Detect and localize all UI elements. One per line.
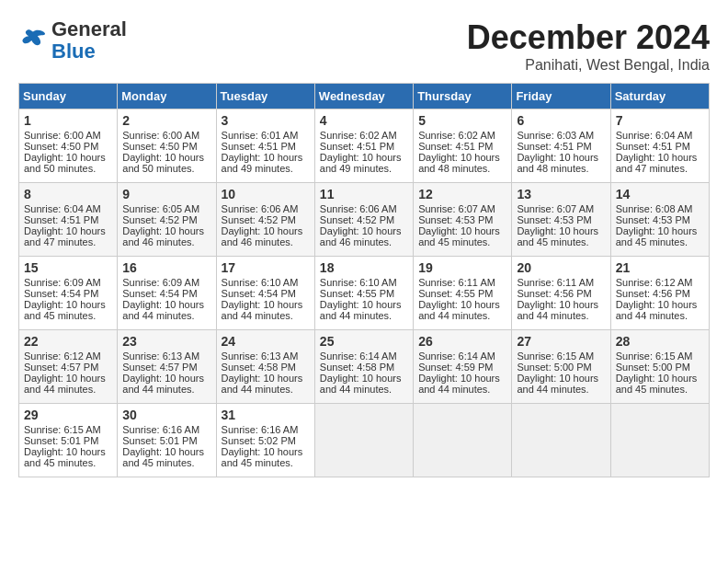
calendar-week-2: 15Sunrise: 6:09 AMSunset: 4:54 PMDayligh… xyxy=(19,257,710,330)
header-saturday: Saturday xyxy=(610,84,709,109)
calendar-table: Sunday Monday Tuesday Wednesday Thursday… xyxy=(18,83,710,477)
table-row: 1Sunrise: 6:00 AMSunset: 4:50 PMDaylight… xyxy=(19,109,118,183)
table-row: 13Sunrise: 6:07 AMSunset: 4:53 PMDayligh… xyxy=(512,183,610,257)
header-row: Sunday Monday Tuesday Wednesday Thursday… xyxy=(19,84,710,109)
calendar-week-3: 22Sunrise: 6:12 AMSunset: 4:57 PMDayligh… xyxy=(19,330,710,404)
table-row: 4Sunrise: 6:02 AMSunset: 4:51 PMDaylight… xyxy=(314,109,413,183)
table-row: 6Sunrise: 6:03 AMSunset: 4:51 PMDaylight… xyxy=(512,109,610,183)
table-row: 27Sunrise: 6:15 AMSunset: 5:00 PMDayligh… xyxy=(512,330,610,404)
table-row: 15Sunrise: 6:09 AMSunset: 4:54 PMDayligh… xyxy=(19,257,118,330)
table-row: 26Sunrise: 6:14 AMSunset: 4:59 PMDayligh… xyxy=(414,330,512,404)
table-row: 16Sunrise: 6:09 AMSunset: 4:54 PMDayligh… xyxy=(118,257,216,330)
calendar-week-1: 8Sunrise: 6:04 AMSunset: 4:51 PMDaylight… xyxy=(19,183,710,257)
table-row: 20Sunrise: 6:11 AMSunset: 4:56 PMDayligh… xyxy=(512,257,610,330)
table-row: 5Sunrise: 6:02 AMSunset: 4:51 PMDaylight… xyxy=(414,109,512,183)
location-subtitle: Panihati, West Bengal, India xyxy=(467,57,710,74)
table-row xyxy=(414,404,512,477)
table-row xyxy=(314,404,413,477)
table-row: 12Sunrise: 6:07 AMSunset: 4:53 PMDayligh… xyxy=(414,183,512,257)
title-block: December 2024 Panihati, West Bengal, Ind… xyxy=(467,18,710,74)
table-row: 30Sunrise: 6:16 AMSunset: 5:01 PMDayligh… xyxy=(118,404,216,477)
table-row: 24Sunrise: 6:13 AMSunset: 4:58 PMDayligh… xyxy=(216,330,314,404)
table-row: 8Sunrise: 6:04 AMSunset: 4:51 PMDaylight… xyxy=(19,183,118,257)
calendar-week-0: 1Sunrise: 6:00 AMSunset: 4:50 PMDaylight… xyxy=(19,109,710,183)
logo-icon xyxy=(18,26,48,55)
table-row: 14Sunrise: 6:08 AMSunset: 4:53 PMDayligh… xyxy=(610,183,709,257)
table-row: 21Sunrise: 6:12 AMSunset: 4:56 PMDayligh… xyxy=(610,257,709,330)
calendar-week-4: 29Sunrise: 6:15 AMSunset: 5:01 PMDayligh… xyxy=(19,404,710,477)
table-row xyxy=(610,404,709,477)
table-row: 29Sunrise: 6:15 AMSunset: 5:01 PMDayligh… xyxy=(19,404,118,477)
table-row: 10Sunrise: 6:06 AMSunset: 4:52 PMDayligh… xyxy=(216,183,314,257)
table-row: 7Sunrise: 6:04 AMSunset: 4:51 PMDaylight… xyxy=(610,109,709,183)
page-header: GeneralBlue December 2024 Panihati, West… xyxy=(18,18,710,74)
header-thursday: Thursday xyxy=(414,84,512,109)
table-row: 2Sunrise: 6:00 AMSunset: 4:50 PMDaylight… xyxy=(118,109,216,183)
month-title: December 2024 xyxy=(467,18,710,57)
table-row: 9Sunrise: 6:05 AMSunset: 4:52 PMDaylight… xyxy=(118,183,216,257)
header-friday: Friday xyxy=(512,84,610,109)
table-row: 31Sunrise: 6:16 AMSunset: 5:02 PMDayligh… xyxy=(216,404,314,477)
header-tuesday: Tuesday xyxy=(216,84,314,109)
header-monday: Monday xyxy=(118,84,216,109)
logo-text: GeneralBlue xyxy=(51,18,127,63)
table-row xyxy=(512,404,610,477)
table-row: 25Sunrise: 6:14 AMSunset: 4:58 PMDayligh… xyxy=(314,330,413,404)
table-row: 18Sunrise: 6:10 AMSunset: 4:55 PMDayligh… xyxy=(314,257,413,330)
table-row: 11Sunrise: 6:06 AMSunset: 4:52 PMDayligh… xyxy=(314,183,413,257)
table-row: 23Sunrise: 6:13 AMSunset: 4:57 PMDayligh… xyxy=(118,330,216,404)
logo: GeneralBlue xyxy=(18,18,127,63)
header-wednesday: Wednesday xyxy=(314,84,413,109)
header-sunday: Sunday xyxy=(19,84,118,109)
table-row: 28Sunrise: 6:15 AMSunset: 5:00 PMDayligh… xyxy=(610,330,709,404)
table-row: 19Sunrise: 6:11 AMSunset: 4:55 PMDayligh… xyxy=(414,257,512,330)
table-row: 3Sunrise: 6:01 AMSunset: 4:51 PMDaylight… xyxy=(216,109,314,183)
table-row: 22Sunrise: 6:12 AMSunset: 4:57 PMDayligh… xyxy=(19,330,118,404)
table-row: 17Sunrise: 6:10 AMSunset: 4:54 PMDayligh… xyxy=(216,257,314,330)
